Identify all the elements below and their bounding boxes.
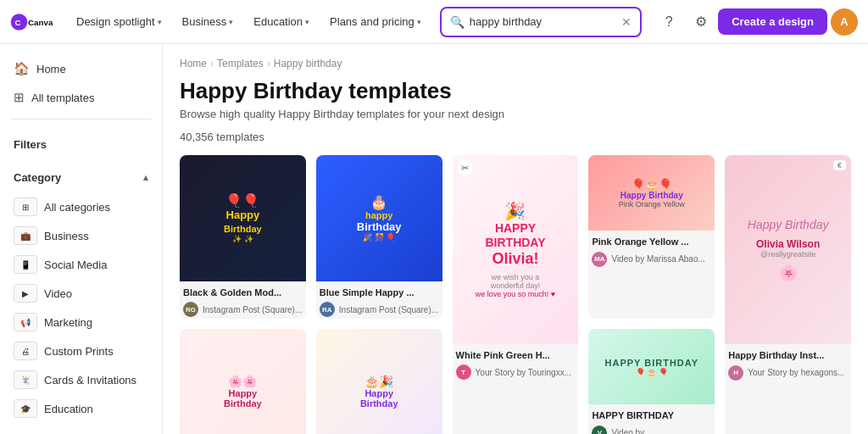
chevron-down-icon: ▾ — [305, 18, 309, 26]
page-subtitle: Browse high quality Happy Birthday templ… — [180, 108, 851, 120]
category-section: Category ▴ ⊞ All categories 💼 Business 📱… — [0, 159, 162, 426]
category-custom-prints[interactable]: 🖨 Custom Prints — [14, 337, 148, 365]
templates-grid: 🎈🎈 Happy Birthday ✨ ✨ Black & Golden Mod… — [180, 155, 851, 434]
nav-education[interactable]: Education ▾ — [245, 10, 318, 33]
sidebar-item-home[interactable]: 🏠 Home — [0, 54, 162, 83]
category-video[interactable]: ▶ Video — [14, 279, 148, 308]
search-input[interactable] — [470, 15, 621, 28]
filters-header[interactable]: Filters — [14, 133, 148, 156]
card-author: H Your Story by hexagons... — [728, 365, 848, 381]
page-title: Happy Birthday templates — [180, 78, 851, 104]
nav-plans[interactable]: Plans and pricing ▾ — [321, 10, 430, 33]
logo[interactable]: C Canva — [10, 12, 58, 32]
question-button[interactable]: ? — [655, 8, 682, 36]
breadcrumb: Home › Templates › Happy birthday — [180, 58, 851, 70]
category-business[interactable]: 💼 Business — [14, 221, 148, 250]
template-card-pink-orange[interactable]: 🎈🎂🎈 Happy Birthday Pink Orange Yellow Pi… — [588, 155, 715, 319]
category-list: ⊞ All categories 💼 Business 📱 Social Med… — [14, 192, 148, 423]
create-design-button[interactable]: Create a design — [718, 8, 827, 35]
filters-section: Filters — [0, 126, 162, 159]
avatar-button[interactable]: A — [831, 8, 858, 36]
card-image: 🌸🌸 HappyBirthday — [180, 329, 306, 434]
card-subtitle: Video by ... — [611, 428, 654, 434]
card-image: 🎈🎂🎈 Happy Birthday Pink Orange Yellow — [588, 155, 715, 231]
breadcrumb-separator: › — [267, 58, 270, 70]
all-icon: ⊞ — [14, 198, 37, 216]
card-title: HAPPY BIRTHDAY — [592, 409, 711, 421]
card-meta: Blue Simple Happy ... RA Instagram Post … — [316, 281, 442, 319]
svg-text:C: C — [15, 17, 21, 26]
breadcrumb-home[interactable]: Home — [180, 58, 207, 70]
card-image: HAPPY BIRTHDAY 🎈 🎂 🎈 — [588, 329, 715, 404]
pro-badge: € — [833, 160, 846, 170]
card-author: T Your Story by Touringxx... — [456, 364, 576, 380]
template-card-happybday[interactable]: HAPPY BIRTHDAY 🎈 🎂 🎈 HAPPY BIRTHDAY V Vi… — [588, 329, 715, 434]
card-author: RA Instagram Post (Square)... — [320, 302, 439, 317]
template-card-black-gold[interactable]: 🎈🎈 Happy Birthday ✨ ✨ Black & Golden Mod… — [180, 155, 306, 319]
card-image: € Happy Birthday Olivia Wilson @reallygr… — [725, 155, 851, 344]
sidebar-item-all-templates[interactable]: ⊞ All templates — [0, 83, 162, 112]
category-marketing[interactable]: 📢 Marketing — [14, 308, 148, 337]
nav-business[interactable]: Business ▾ — [174, 10, 242, 33]
author-avatar: MA — [592, 252, 607, 267]
template-card-olivia[interactable]: € Happy Birthday Olivia Wilson @reallygr… — [725, 155, 851, 434]
grid-icon: ⊞ — [14, 90, 25, 105]
card-title: Pink Orange Yellow ... — [592, 236, 711, 248]
card-meta: Pink Orange Yellow ... MA Video by Maris… — [588, 231, 715, 268]
category-cards[interactable]: 🃏 Cards & Invitations — [14, 365, 148, 394]
card-author: RG Instagram Post (Square)... — [183, 302, 303, 317]
category-header[interactable]: Category ▴ — [14, 166, 148, 189]
template-card-happy2[interactable]: 🌸🌸 HappyBirthday — [180, 329, 306, 434]
nav-design-spotlight[interactable]: Design spotlight ▾ — [68, 10, 170, 33]
card-image: 🎂 happy Birthday 🎉 🎊 🎈 — [316, 155, 442, 281]
card-image: 🎈🎈 Happy Birthday ✨ ✨ — [180, 155, 306, 281]
education-icon: 🎓 — [14, 399, 37, 418]
print-icon: 🖨 — [14, 342, 37, 360]
card-subtitle: Video by Marissa Abao... — [611, 254, 704, 264]
breadcrumb-separator: › — [210, 58, 214, 70]
card-author: MA Video by Marissa Abao... — [592, 252, 711, 267]
card-author: V Video by ... — [592, 426, 711, 434]
template-card-blue-simple[interactable]: 🎂 happy Birthday 🎉 🎊 🎈 Blue Simple Happy… — [316, 155, 442, 319]
card-meta: HAPPY BIRTHDAY V Video by ... — [588, 404, 715, 434]
video-icon: ▶ — [14, 284, 37, 303]
author-avatar: H — [728, 365, 743, 381]
author-avatar: T — [456, 364, 471, 380]
author-avatar: V — [592, 426, 607, 434]
chevron-down-icon: ▾ — [417, 18, 421, 26]
home-icon: 🏠 — [14, 61, 30, 76]
template-card-happy3[interactable]: 🎂🎉 HappyBirthday — [316, 329, 442, 434]
category-education[interactable]: 🎓 Education — [14, 394, 148, 423]
nav-icon-group: ? ⚙ — [655, 8, 715, 36]
category-all[interactable]: ⊞ All categories — [14, 192, 148, 221]
breadcrumb-happy-birthday[interactable]: Happy birthday — [274, 58, 342, 70]
card-image: ✂ 🎉 HAPPYBIRTHDAYOlivia! we wish you awo… — [453, 155, 579, 344]
card-image: 🎂🎉 HappyBirthday — [316, 329, 442, 434]
social-icon: 📱 — [14, 255, 37, 274]
card-icon: 🃏 — [14, 370, 37, 389]
author-avatar: RG — [183, 302, 198, 317]
main-content: Home › Templates › Happy birthday Happy … — [163, 44, 868, 434]
card-title: Black & Golden Mod... — [183, 287, 303, 298]
author-avatar: RA — [320, 302, 335, 317]
top-navigation: C Canva Design spotlight ▾ Business ▾ Ed… — [0, 0, 868, 44]
search-icon: 🔍 — [450, 15, 465, 29]
card-subtitle: Instagram Post (Square)... — [203, 305, 302, 314]
category-social-media[interactable]: 📱 Social Media — [14, 250, 148, 279]
svg-text:Canva: Canva — [28, 17, 53, 26]
card-subtitle: Your Story by Touringxx... — [476, 368, 571, 377]
breadcrumb-templates[interactable]: Templates — [217, 58, 264, 70]
sidebar-divider — [10, 119, 152, 120]
chevron-up-icon: ▴ — [143, 172, 148, 183]
clear-search-icon[interactable]: ✕ — [621, 15, 632, 29]
sidebar: 🏠 Home ⊞ All templates Filters Category … — [0, 44, 163, 434]
card-meta: White Pink Green H... T Your Story by To… — [453, 344, 579, 381]
chevron-down-icon: ▾ — [229, 18, 233, 26]
card-title: Blue Simple Happy ... — [320, 287, 439, 298]
chevron-down-icon: ▾ — [158, 18, 162, 26]
card-title: Happy Birthday Inst... — [728, 349, 848, 361]
template-card-white-pink[interactable]: ✂ 🎉 HAPPYBIRTHDAYOlivia! we wish you awo… — [453, 155, 579, 434]
card-meta: Happy Birthday Inst... H Your Story by h… — [725, 344, 851, 381]
main-layout: 🏠 Home ⊞ All templates Filters Category … — [0, 44, 868, 434]
settings-button[interactable]: ⚙ — [687, 8, 715, 36]
